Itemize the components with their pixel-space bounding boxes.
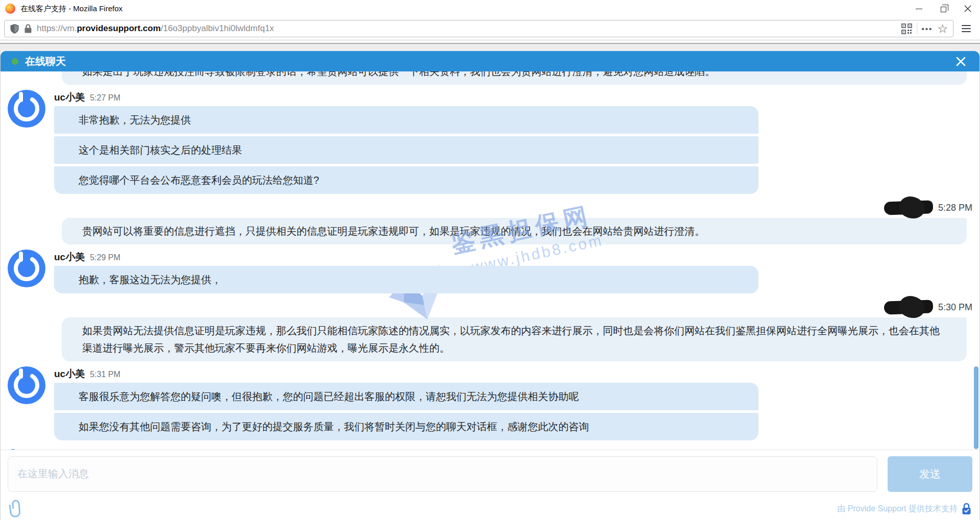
message-bubble: 如果贵网站无法提供信息证明是玩家违规，那么我们只能相信玩家陈述的情况属实，以玩家…: [62, 317, 967, 361]
visitor-message-group: 5:28 PM 贵网站可以将重要的信息进行遮挡，只提供相关的信息证明是玩家违规即…: [1, 200, 979, 244]
divider: [917, 23, 917, 34]
info-icon: i: [8, 449, 18, 450]
attach-file-icon[interactable]: [8, 499, 25, 519]
visitor-name-redacted: [884, 200, 934, 215]
powered-by-link[interactable]: 由 Provide Support 提供技术支持: [837, 503, 971, 515]
message-time: 5:30 PM: [938, 302, 972, 313]
agent-message-group: uc小美 5:27 PM 非常抱歉，无法为您提供 这个是相关部门核实之后的处理结…: [1, 91, 979, 194]
menu-button[interactable]: [959, 23, 974, 34]
url-bar[interactable]: https://vm.providesupport.com/16o3ppbyal…: [4, 20, 953, 37]
agent-message-group: uc小美 5:31 PM 客服很乐意为您解答您的疑问噢，但很抱歉，您的问题已经超…: [1, 367, 979, 440]
message-bubble: 客服很乐意为您解答您的疑问噢，但很抱歉，您的问题已经超出客服的权限，请恕我们无法…: [54, 383, 758, 410]
close-window-button[interactable]: [955, 0, 980, 17]
url-toolbar: https://vm.providesupport.com/16o3ppbyal…: [0, 17, 980, 40]
message-time: 5:29 PM: [90, 253, 120, 262]
minimize-button[interactable]: [906, 0, 931, 17]
shield-icon[interactable]: [10, 23, 19, 34]
restore-icon: [941, 7, 946, 12]
message-bubble-clipped: 如果是出于玩家违规投注而导致被限制登录的话，希望贵网站可以提供一下相关资料，我们…: [62, 71, 967, 85]
agent-name: uc小美: [54, 367, 85, 381]
scrollbar-thumb[interactable]: [974, 366, 978, 449]
agent-avatar: [8, 250, 45, 287]
powered-by-text: 由 Provide Support 提供技术支持: [837, 504, 958, 514]
chat-footer: 由 Provide Support 提供技术支持: [1, 498, 979, 520]
restore-button[interactable]: [931, 0, 955, 17]
agent-name: uc小美: [54, 91, 85, 104]
message-time: 5:31 PM: [90, 370, 120, 379]
online-status-dot: [12, 58, 18, 65]
message-bubble: 这个是相关部门核实之后的处理结果: [54, 136, 758, 164]
composer: 发送: [1, 450, 979, 498]
agent-avatar: [8, 366, 45, 404]
message-bubble: 贵网站可以将重要的信息进行遮挡，只提供相关的信息证明是玩家违规即可，如果是玩家违…: [62, 218, 967, 244]
minimize-icon: [916, 9, 922, 9]
system-message: i 5:32 PM 聊天会话已结束。: [1, 449, 979, 450]
window-title: 在线客户支持 - Mozilla Firefox: [20, 4, 906, 14]
agent-name: uc小美: [54, 251, 85, 264]
page-actions-icon[interactable]: •••: [922, 24, 933, 33]
system-time: 5:32 PM: [23, 450, 55, 450]
close-icon: [955, 56, 966, 67]
window-titlebar: 在线客户支持 - Mozilla Firefox: [0, 0, 980, 17]
page-background-strip: [0, 43, 980, 51]
visitor-message-group: 5:30 PM 如果贵网站无法提供信息证明是玩家违规，那么我们只能相信玩家陈述的…: [1, 300, 979, 361]
message-bubble: 如果您没有其他问题需要咨询，为了更好的提交服务质量，我们将暂时关闭与您的聊天对话…: [54, 413, 758, 440]
chat-widget: 在线聊天 鉴黑担保网 www.jhdb8.com 如果是出于玩家违规投注而导致被…: [0, 51, 980, 520]
message-bubble: 抱歉，客服这边无法为您提供，: [54, 266, 758, 293]
send-button[interactable]: 发送: [888, 456, 972, 492]
message-input[interactable]: [8, 456, 877, 492]
agent-avatar: [8, 90, 45, 128]
lock-icon: [24, 23, 32, 34]
chat-header: 在线聊天: [1, 51, 979, 71]
message-bubble: 非常抱歉，无法为您提供: [54, 106, 758, 134]
chat-message-area: 鉴黑担保网 www.jhdb8.com 如果是出于玩家违规投注而导致被限制登录的…: [1, 71, 979, 450]
chat-title: 在线聊天: [25, 55, 953, 68]
firefox-logo-icon: [5, 4, 15, 14]
secure-lock-badge-icon: [962, 503, 971, 515]
message-bubble: 您觉得哪个平台会公布恶意套利会员的玩法给您知道?: [54, 166, 758, 194]
system-text: 聊天会话已结束。: [60, 449, 129, 450]
bookmark-star-icon[interactable]: ☆: [937, 23, 948, 35]
visitor-name-redacted: [884, 300, 934, 314]
message-time: 5:27 PM: [90, 93, 120, 103]
message-time: 5:28 PM: [938, 203, 972, 213]
close-icon: [964, 5, 971, 12]
url-text: https://vm.providesupport.com/16o3ppbyal…: [37, 23, 897, 34]
qr-code-icon[interactable]: [901, 23, 912, 34]
agent-message-group: uc小美 5:29 PM 抱歉，客服这边无法为您提供，: [1, 251, 979, 293]
close-chat-button[interactable]: [953, 54, 968, 69]
